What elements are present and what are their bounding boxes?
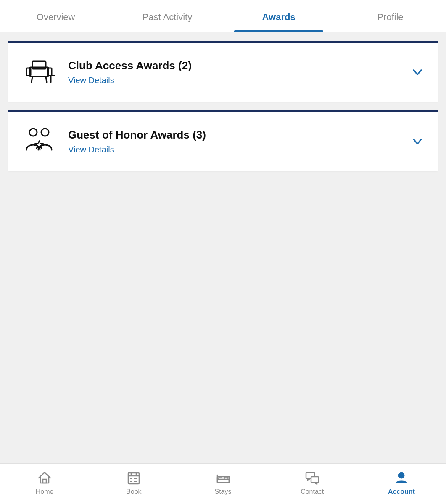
tab-past-activity[interactable]: Past Activity [111,0,223,32]
svg-rect-24 [219,477,222,479]
nav-account[interactable]: Account [357,470,446,496]
club-access-chevron[interactable] [409,65,426,80]
nav-home[interactable]: Home [0,470,89,496]
svg-point-30 [398,472,404,478]
guest-of-honor-view-details[interactable]: View Details [68,145,399,155]
guest-of-honor-chevron[interactable] [409,134,426,149]
stays-icon [216,470,231,486]
svg-line-5 [46,76,47,82]
club-access-card-wrapper: Club Access Awards (2) View Details [0,41,446,102]
svg-rect-29 [311,477,319,483]
account-icon [394,470,409,486]
book-icon [126,470,141,486]
tab-profile[interactable]: Profile [335,0,446,32]
bottom-nav: Home Book [0,463,446,504]
home-icon [37,470,52,486]
svg-rect-3 [48,68,52,76]
guest-of-honor-title: Guest of Honor Awards (3) [68,129,399,142]
club-access-info: Club Access Awards (2) View Details [68,59,399,85]
svg-rect-11 [43,479,46,483]
nav-stays[interactable]: Stays [178,470,267,496]
nav-book-label: Book [126,488,141,496]
main-content: Club Access Awards (2) View Details [0,32,446,463]
club-access-icon [20,55,58,89]
svg-rect-12 [128,473,139,484]
guest-of-honor-card-wrapper: Guest of Honor Awards (3) View Details [0,110,446,171]
nav-account-label: Account [388,488,415,496]
club-access-view-details[interactable]: View Details [68,76,399,85]
guest-of-honor-card: Guest of Honor Awards (3) View Details [8,112,438,171]
svg-point-9 [41,129,49,136]
nav-contact-label: Contact [301,488,324,496]
svg-rect-25 [224,477,228,479]
nav-home-label: Home [36,488,54,496]
svg-rect-2 [26,68,31,76]
nav-contact[interactable]: Contact [268,470,357,496]
nav-book[interactable]: Book [89,470,178,496]
nav-stays-label: Stays [215,488,232,496]
tabs-bar: Overview Past Activity Awards Profile [0,0,446,32]
contact-icon [305,470,320,486]
club-access-title: Club Access Awards (2) [68,59,399,72]
club-access-card: Club Access Awards (2) View Details [8,43,438,102]
svg-line-4 [32,76,32,82]
guest-of-honor-info: Guest of Honor Awards (3) View Details [68,129,399,155]
guest-of-honor-icon [20,125,58,158]
tab-overview[interactable]: Overview [0,0,111,32]
svg-point-8 [29,129,37,136]
tab-awards[interactable]: Awards [223,0,335,32]
